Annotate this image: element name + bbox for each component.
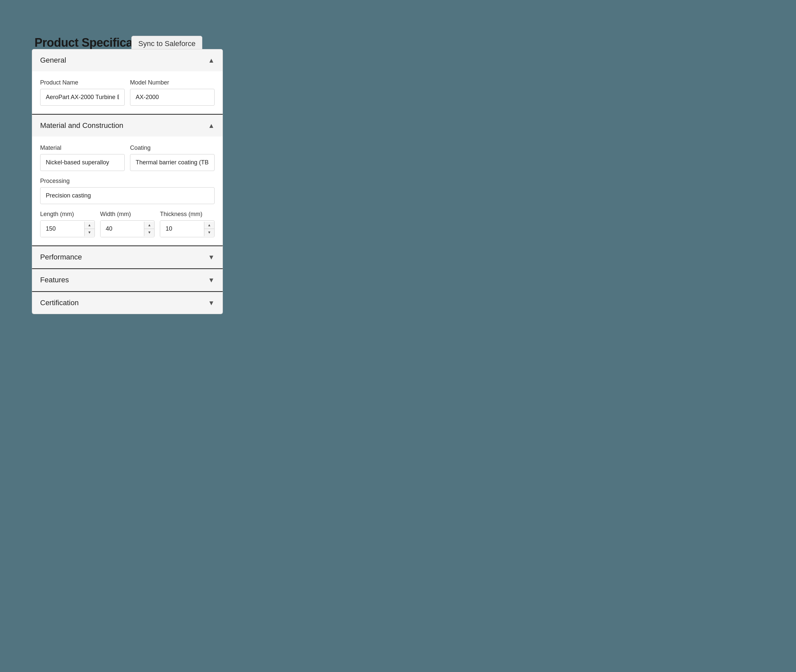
section-features-chevron: ▼ — [208, 276, 215, 284]
section-general-body: Product Name Model Number — [32, 71, 223, 114]
width-spinner-buttons: ▲ ▼ — [144, 222, 154, 236]
section-performance-header[interactable]: Performance ▼ — [32, 246, 223, 268]
section-general: General ▲ Product Name Model Number — [32, 49, 223, 114]
processing-label: Processing — [40, 178, 215, 184]
model-number-group: Model Number — [130, 79, 215, 106]
section-general-header[interactable]: General ▲ — [32, 50, 223, 71]
section-general-chevron: ▲ — [208, 57, 215, 64]
length-decrement-button[interactable]: ▼ — [85, 229, 95, 236]
width-decrement-button[interactable]: ▼ — [144, 229, 154, 236]
section-certification-label: Certification — [40, 299, 79, 307]
width-group: Width (mm) ▲ ▼ — [100, 211, 155, 237]
coating-group: Coating — [130, 144, 215, 171]
length-input[interactable] — [40, 221, 84, 237]
thickness-spinner-buttons: ▲ ▼ — [204, 222, 214, 236]
main-container: General ▲ Product Name Model Number Mate… — [32, 49, 223, 314]
section-certification: Certification ▼ — [32, 291, 223, 314]
processing-group: Processing — [40, 178, 215, 204]
section-material-label: Material and Construction — [40, 121, 124, 130]
length-spinner-buttons: ▲ ▼ — [84, 222, 95, 236]
model-number-label: Model Number — [130, 79, 215, 86]
section-features-header[interactable]: Features ▼ — [32, 269, 223, 291]
section-performance: Performance ▼ — [32, 246, 223, 269]
coating-input[interactable] — [130, 154, 215, 171]
section-material-header[interactable]: Material and Construction ▲ — [32, 115, 223, 136]
product-name-input[interactable] — [40, 89, 125, 106]
thickness-label: Thickness (mm) — [160, 211, 215, 218]
length-increment-button[interactable]: ▲ — [85, 222, 95, 229]
processing-row: Processing — [40, 178, 215, 204]
section-general-label: General — [40, 56, 66, 65]
thickness-decrement-button[interactable]: ▼ — [204, 229, 214, 236]
length-spinner-wrapper: ▲ ▼ — [40, 220, 95, 237]
section-material-body: Material Coating Processing Length (mm) — [32, 136, 223, 245]
thickness-spinner-wrapper: ▲ ▼ — [160, 220, 215, 237]
section-features: Features ▼ — [32, 269, 223, 291]
material-input[interactable] — [40, 154, 125, 171]
section-material-chevron: ▲ — [208, 122, 215, 130]
material-coating-row: Material Coating — [40, 144, 215, 171]
width-input[interactable] — [101, 221, 144, 237]
section-certification-chevron: ▼ — [208, 299, 215, 307]
section-performance-chevron: ▼ — [208, 253, 215, 261]
section-performance-label: Performance — [40, 253, 82, 261]
dimensions-row: Length (mm) ▲ ▼ Width (mm) ▲ — [40, 211, 215, 237]
section-certification-header[interactable]: Certification ▼ — [32, 292, 223, 314]
material-group: Material — [40, 144, 125, 171]
thickness-group: Thickness (mm) ▲ ▼ — [160, 211, 215, 237]
length-group: Length (mm) ▲ ▼ — [40, 211, 95, 237]
thickness-increment-button[interactable]: ▲ — [204, 222, 214, 229]
material-label: Material — [40, 144, 125, 152]
width-spinner-wrapper: ▲ ▼ — [100, 220, 155, 237]
product-name-group: Product Name — [40, 79, 125, 106]
model-number-input[interactable] — [130, 89, 215, 106]
product-name-label: Product Name — [40, 79, 125, 86]
general-field-row: Product Name Model Number — [40, 79, 215, 106]
coating-label: Coating — [130, 144, 215, 152]
section-material-construction: Material and Construction ▲ Material Coa… — [32, 114, 223, 246]
processing-input[interactable] — [40, 187, 215, 204]
thickness-input[interactable] — [160, 221, 204, 237]
section-features-label: Features — [40, 276, 69, 284]
length-label: Length (mm) — [40, 211, 95, 218]
width-increment-button[interactable]: ▲ — [144, 222, 154, 229]
width-label: Width (mm) — [100, 211, 155, 218]
